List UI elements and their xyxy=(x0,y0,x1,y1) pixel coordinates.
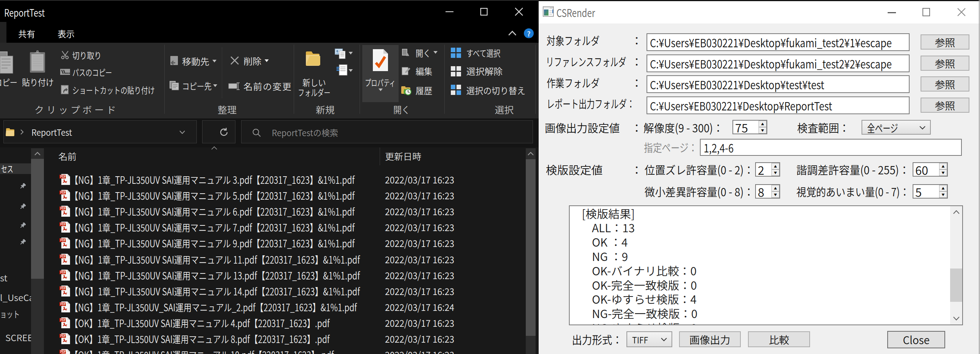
svg-text:PDF: PDF xyxy=(60,270,66,274)
svg-text:PDF: PDF xyxy=(60,222,66,226)
svg-text:PDF: PDF xyxy=(60,286,66,290)
svg-text:PDF: PDF xyxy=(60,238,66,242)
svg-text:PDF: PDF xyxy=(60,318,66,322)
svg-text:PDF: PDF xyxy=(60,302,66,306)
svg-text:PDF: PDF xyxy=(60,254,66,258)
svg-text:PDF: PDF xyxy=(60,206,66,210)
svg-text:PDF: PDF xyxy=(60,349,66,354)
svg-text:PDF: PDF xyxy=(60,190,66,194)
svg-text:PDF: PDF xyxy=(60,333,66,338)
svg-text:PDF: PDF xyxy=(60,175,66,178)
